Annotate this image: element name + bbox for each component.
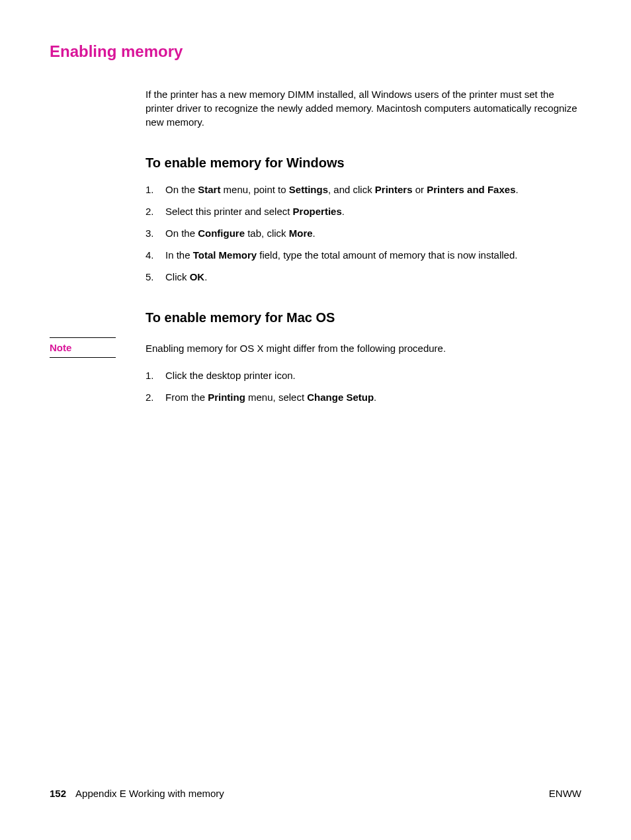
list-item: Click the desktop printer icon. [146, 368, 581, 382]
mac-steps: Click the desktop printer icon. From the… [146, 368, 581, 404]
page-heading: Enabling memory [50, 42, 581, 61]
note-text: Enabling memory for OS X might differ fr… [146, 337, 446, 355]
windows-heading: To enable memory for Windows [146, 155, 581, 171]
footer-right: ENWW [549, 788, 581, 799]
list-item: Select this printer and select Propertie… [146, 204, 581, 218]
appendix-label: Appendix E Working with memory [75, 788, 224, 799]
list-item: In the Total Memory field, type the tota… [146, 248, 581, 262]
list-item: Click OK. [146, 270, 581, 284]
page-footer: 152 Appendix E Working with memory ENWW [50, 788, 581, 799]
list-item: On the Start menu, point to Settings, an… [146, 183, 581, 196]
list-item: From the Printing menu, select Change Se… [146, 390, 581, 404]
page-number: 152 [50, 788, 66, 799]
note-label: Note [50, 337, 116, 358]
list-item: On the Configure tab, click More. [146, 226, 581, 240]
windows-steps: On the Start menu, point to Settings, an… [146, 183, 581, 284]
intro-paragraph: If the printer has a new memory DIMM ins… [146, 87, 581, 129]
mac-heading: To enable memory for Mac OS [146, 310, 581, 325]
